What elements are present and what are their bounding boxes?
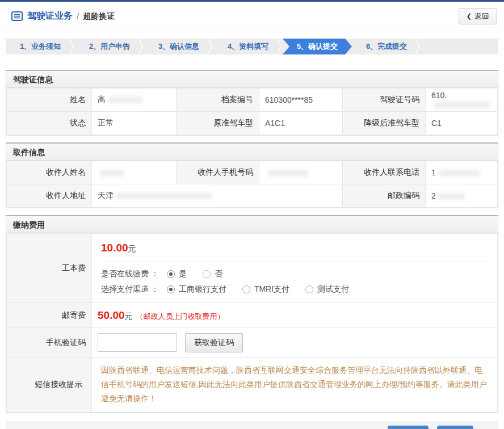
radio-label: 是 [179,269,187,279]
radio-icon [242,285,250,293]
downgraded-class-label: 降级后准驾车型 [343,112,426,135]
online-pay-option-no[interactable]: 否 [203,269,222,279]
step-bar: 1、业务须知 2、用户申告 3、确认信息 4、资料填写 5、确认提交 6、完成提… [6,39,498,54]
post-fee-amount: 50.00 [98,309,125,321]
table-row: 邮寄费 50.00元（邮政人员上门收取费用） [7,303,498,328]
sms-notice-cell: 因陕西省联通、电信运营商技术问题，陕西省互联网交通安全综合服务管理平台无法向持陕… [92,358,498,413]
redacted-text [434,102,490,108]
license-info-table: 姓名 高 档案编号 610300****85 驾驶证号码 610. 状态 正常 … [6,88,498,135]
step-2-declaration[interactable]: 2、用户申告 [75,39,144,54]
original-class-label: 原准驾车型 [177,112,259,135]
sms-code-input[interactable] [98,333,177,352]
original-class-value: A1C1 [259,112,343,135]
work-fee-amount-line: 10.00元 [101,242,488,254]
redacted-text [108,96,143,103]
table-row: 工本费 10.00元 是否在线缴费 ： 是 否 [7,234,498,303]
radio-label: TMRI支付 [254,284,289,295]
previous-step-button[interactable]: 上一步 [388,426,429,429]
recipient-name-value [92,161,177,184]
step-3-confirm-info[interactable]: 3、确认信息 [144,39,213,54]
downgraded-class-value: C1 [426,112,498,135]
post-fee-label: 邮寄费 [7,303,92,328]
license-number-label: 驾驶证号码 [343,89,426,112]
post-fee-unit: 元 [125,312,133,321]
table-row: 短信接收提示 因陕西省联通、电信运营商技术问题，陕西省互联网交通安全综合服务管理… [7,358,498,413]
sms-notice-text: 因陕西省联通、电信运营商技术问题，陕西省互联网交通安全综合服务管理平台无法向持陕… [101,363,488,406]
recipient-tel-value: 1 [426,161,498,184]
list-icon [11,11,23,21]
table-row: 状态 正常 原准驾车型 A1C1 降级后准驾车型 C1 [7,112,498,135]
pickup-panel-title: 取件信息 [6,144,498,161]
radio-icon [203,270,211,278]
zip-code-label: 邮政编码 [343,184,426,208]
name-label: 姓名 [7,89,92,112]
table-row: 手机验证码 获取验证码 [7,328,498,358]
step-4-fill-data[interactable]: 4、资料填写 [213,39,283,54]
step-1-notice[interactable]: 1、业务须知 [6,39,75,54]
pickup-info-panel: 取件信息 收件人姓名 收件人手机号码 收件人联系电话 1 收件人地址 天津 邮政… [6,142,498,208]
table-row: 收件人地址 天津 邮政编码 2 [7,184,498,208]
pay-channel-question-row: 选择支付渠道 ： 工商银行支付 TMRI支付 测试支付 [101,284,488,295]
recipient-tel-label: 收件人联系电话 [343,161,426,184]
recipient-address-label: 收件人地址 [7,184,92,208]
chevron-left-icon: ❮ [467,12,472,20]
status-label: 状态 [7,112,92,135]
pay-channel-question: 选择支付渠道 ： [101,284,159,295]
page-header: 驾驶证业务 / 超龄换证 ❮ 返回 [0,2,504,31]
page-title: 驾驶证业务 [27,10,73,22]
file-number-label: 档案编号 [177,89,259,112]
work-fee-label: 工本费 [7,234,92,303]
radio-label: 工商银行支付 [179,284,226,295]
sms-code-cell: 获取验证码 [92,328,498,358]
redacted-text [438,193,465,200]
back-button[interactable]: ❮ 返回 [459,8,497,24]
redacted-text [438,170,480,176]
post-fee-note: （邮政人员上门收取费用） [136,312,225,321]
recipient-address-value: 天津 [92,184,343,208]
step-6-done[interactable]: 6、完成提交 [352,39,421,54]
recipient-mobile-value [259,161,343,184]
license-info-panel: 驾驶证信息 姓名 高 档案编号 610300****85 驾驶证号码 610. … [6,70,498,136]
get-code-button[interactable]: 获取验证码 [185,333,243,352]
online-pay-option-yes[interactable]: 是 [167,269,187,279]
radio-label: 否 [215,269,222,279]
sms-code-label: 手机验证码 [7,328,92,358]
radio-label: 测试支付 [317,284,349,295]
step-5-confirm-submit[interactable]: 5、确认提交 [283,39,352,54]
table-row: 姓名 高 档案编号 610300****85 驾驶证号码 610. [7,89,498,112]
back-button-label: 返回 [474,11,489,22]
radio-icon [167,285,175,293]
post-fee-cell: 50.00元（邮政人员上门收取费用） [92,303,498,328]
work-fee-unit: 元 [128,244,136,253]
page: 驾驶证业务 / 超龄换证 ❮ 返回 1、业务须知 2、用户申告 3、确认信息 4… [0,0,504,429]
work-fee-cell: 10.00元 是否在线缴费 ： 是 否 [92,234,498,303]
online-pay-question: 是否在线缴费 ： [101,269,159,279]
payment-panel: 缴纳费用 工本费 10.00元 是否在线缴费 ： 是 [6,215,498,413]
table-row: 收件人姓名 收件人手机号码 收件人联系电话 1 [7,161,498,184]
pay-channel-icbc[interactable]: 工商银行支付 [167,284,226,295]
breadcrumb-separator: / [77,11,79,21]
radio-icon [167,270,175,278]
name-value: 高 [92,89,177,112]
pay-channel-tmri[interactable]: TMRI支付 [242,284,289,295]
footer-action-bar: 上一步 完成 [6,421,498,429]
redacted-text [116,192,212,199]
status-value: 正常 [92,112,177,135]
zip-code-value: 2 [426,184,498,208]
payment-table: 工本费 10.00元 是否在线缴费 ： 是 否 [6,233,498,413]
sms-notice-label: 短信接收提示 [7,358,92,413]
recipient-name-label: 收件人姓名 [7,161,92,184]
online-pay-question-row: 是否在线缴费 ： 是 否 [101,269,488,279]
divider [101,262,488,262]
radio-icon [305,285,313,293]
redacted-text [267,170,309,176]
work-fee-amount: 10.00 [101,242,128,254]
pay-channel-test[interactable]: 测试支付 [305,284,349,295]
license-panel-title: 驾驶证信息 [6,71,498,88]
breadcrumb-current: 超龄换证 [83,11,115,22]
finish-button[interactable]: 完成 [437,426,473,429]
step-bar-filler [421,39,498,54]
file-number-value: 610300****85 [259,89,343,112]
recipient-mobile-label: 收件人手机号码 [177,161,259,184]
redacted-text [100,170,125,176]
